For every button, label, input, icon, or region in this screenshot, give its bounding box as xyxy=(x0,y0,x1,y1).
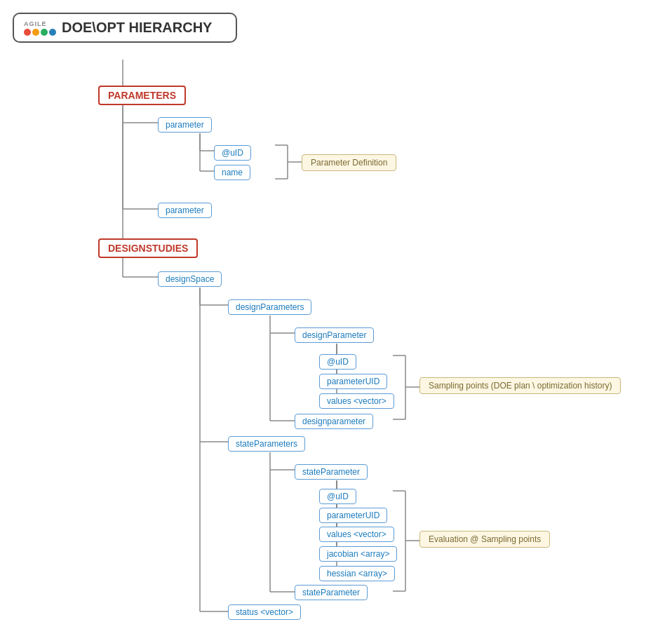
parameter1-node: parameter xyxy=(158,117,212,133)
stateparameter2-node: stateParameter xyxy=(295,585,368,600)
logo-circle-red xyxy=(24,29,31,36)
jacobian-node: jacobian <array> xyxy=(319,546,397,562)
name-node: name xyxy=(214,165,250,180)
designparameter2-node: designparameter xyxy=(295,414,373,429)
atuid3-node: @uID xyxy=(319,489,356,504)
agile-label: AGILE xyxy=(24,20,47,27)
parameters-node: PARAMETERS xyxy=(98,86,186,105)
parameteruid2-node: parameterUID xyxy=(319,508,387,523)
parameter-definition-label: Parameter Definition xyxy=(302,154,396,171)
designstudies-node: DESIGNSTUDIES xyxy=(98,238,198,258)
evaluation-sampling-label: Evaluation @ Sampling points xyxy=(419,531,550,548)
title-box: AGILE DOE\OPT HIERARCHY xyxy=(13,13,237,43)
logo-circle-orange xyxy=(32,29,39,36)
logo-circle-blue xyxy=(49,29,56,36)
designparameter1-node: designParameter xyxy=(295,327,374,343)
main-title: DOE\OPT HIERARCHY xyxy=(62,20,212,36)
valuesvector1-node: values <vector> xyxy=(319,393,394,409)
statusvector-node: status <vector> xyxy=(228,604,301,620)
logo-circle-green xyxy=(41,29,48,36)
atuid1-node: @uID xyxy=(214,145,251,161)
parameteruid1-node: parameterUID xyxy=(319,374,387,389)
parameter2-node: parameter xyxy=(158,203,212,218)
hessian-node: hessian <array> xyxy=(319,566,395,581)
stateparameter1-node: stateParameter xyxy=(295,464,368,480)
logo-circles xyxy=(24,29,56,36)
atuid2-node: @uID xyxy=(319,354,356,370)
stateparameters-node: stateParameters xyxy=(228,436,305,452)
diagram-container: AGILE DOE\OPT HIERARCHY PARAMETERS param… xyxy=(0,0,672,636)
designspace-node: designSpace xyxy=(158,271,222,287)
sampling-points-label: Sampling points (DOE plan \ optimization… xyxy=(419,377,621,394)
valuesvector2-node: values <vector> xyxy=(319,527,394,542)
designparameters-node: designParameters xyxy=(228,299,311,315)
agile-logo: AGILE xyxy=(24,20,56,36)
